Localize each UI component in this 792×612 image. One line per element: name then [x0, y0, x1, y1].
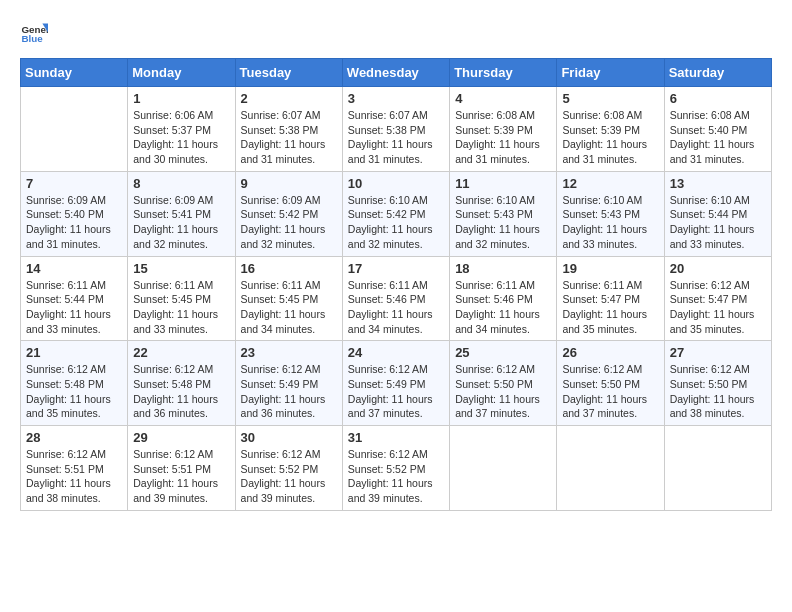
week-row-5: 28Sunrise: 6:12 AMSunset: 5:51 PMDayligh… [21, 426, 772, 511]
calendar-cell: 8Sunrise: 6:09 AMSunset: 5:41 PMDaylight… [128, 171, 235, 256]
calendar-cell: 5Sunrise: 6:08 AMSunset: 5:39 PMDaylight… [557, 87, 664, 172]
day-info: Sunrise: 6:12 AMSunset: 5:50 PMDaylight:… [670, 362, 766, 421]
calendar-cell: 16Sunrise: 6:11 AMSunset: 5:45 PMDayligh… [235, 256, 342, 341]
calendar-cell: 12Sunrise: 6:10 AMSunset: 5:43 PMDayligh… [557, 171, 664, 256]
day-number: 19 [562, 261, 658, 276]
day-info: Sunrise: 6:11 AMSunset: 5:46 PMDaylight:… [348, 278, 444, 337]
day-info: Sunrise: 6:07 AMSunset: 5:38 PMDaylight:… [241, 108, 337, 167]
day-number: 5 [562, 91, 658, 106]
day-number: 26 [562, 345, 658, 360]
calendar-cell: 11Sunrise: 6:10 AMSunset: 5:43 PMDayligh… [450, 171, 557, 256]
week-row-3: 14Sunrise: 6:11 AMSunset: 5:44 PMDayligh… [21, 256, 772, 341]
calendar-cell: 30Sunrise: 6:12 AMSunset: 5:52 PMDayligh… [235, 426, 342, 511]
day-number: 22 [133, 345, 229, 360]
calendar-cell: 15Sunrise: 6:11 AMSunset: 5:45 PMDayligh… [128, 256, 235, 341]
day-number: 18 [455, 261, 551, 276]
calendar-cell: 4Sunrise: 6:08 AMSunset: 5:39 PMDaylight… [450, 87, 557, 172]
day-info: Sunrise: 6:11 AMSunset: 5:46 PMDaylight:… [455, 278, 551, 337]
day-info: Sunrise: 6:08 AMSunset: 5:39 PMDaylight:… [562, 108, 658, 167]
calendar-cell [557, 426, 664, 511]
day-info: Sunrise: 6:10 AMSunset: 5:42 PMDaylight:… [348, 193, 444, 252]
logo: General Blue [20, 20, 48, 48]
calendar-cell: 27Sunrise: 6:12 AMSunset: 5:50 PMDayligh… [664, 341, 771, 426]
day-number: 24 [348, 345, 444, 360]
day-info: Sunrise: 6:12 AMSunset: 5:48 PMDaylight:… [26, 362, 122, 421]
day-number: 30 [241, 430, 337, 445]
day-info: Sunrise: 6:12 AMSunset: 5:51 PMDaylight:… [133, 447, 229, 506]
day-info: Sunrise: 6:08 AMSunset: 5:39 PMDaylight:… [455, 108, 551, 167]
calendar-cell: 19Sunrise: 6:11 AMSunset: 5:47 PMDayligh… [557, 256, 664, 341]
day-info: Sunrise: 6:11 AMSunset: 5:45 PMDaylight:… [133, 278, 229, 337]
day-number: 9 [241, 176, 337, 191]
header-saturday: Saturday [664, 59, 771, 87]
day-info: Sunrise: 6:09 AMSunset: 5:42 PMDaylight:… [241, 193, 337, 252]
calendar-cell: 29Sunrise: 6:12 AMSunset: 5:51 PMDayligh… [128, 426, 235, 511]
calendar-cell: 20Sunrise: 6:12 AMSunset: 5:47 PMDayligh… [664, 256, 771, 341]
day-info: Sunrise: 6:12 AMSunset: 5:52 PMDaylight:… [241, 447, 337, 506]
day-number: 15 [133, 261, 229, 276]
calendar-cell: 9Sunrise: 6:09 AMSunset: 5:42 PMDaylight… [235, 171, 342, 256]
calendar-cell: 3Sunrise: 6:07 AMSunset: 5:38 PMDaylight… [342, 87, 449, 172]
calendar-cell [450, 426, 557, 511]
day-info: Sunrise: 6:09 AMSunset: 5:41 PMDaylight:… [133, 193, 229, 252]
calendar-cell: 6Sunrise: 6:08 AMSunset: 5:40 PMDaylight… [664, 87, 771, 172]
calendar-cell: 31Sunrise: 6:12 AMSunset: 5:52 PMDayligh… [342, 426, 449, 511]
day-number: 4 [455, 91, 551, 106]
day-number: 29 [133, 430, 229, 445]
calendar-table: SundayMondayTuesdayWednesdayThursdayFrid… [20, 58, 772, 511]
day-number: 25 [455, 345, 551, 360]
day-info: Sunrise: 6:06 AMSunset: 5:37 PMDaylight:… [133, 108, 229, 167]
calendar-cell: 21Sunrise: 6:12 AMSunset: 5:48 PMDayligh… [21, 341, 128, 426]
day-number: 28 [26, 430, 122, 445]
day-number: 10 [348, 176, 444, 191]
day-info: Sunrise: 6:12 AMSunset: 5:49 PMDaylight:… [348, 362, 444, 421]
day-number: 21 [26, 345, 122, 360]
header-tuesday: Tuesday [235, 59, 342, 87]
day-info: Sunrise: 6:11 AMSunset: 5:44 PMDaylight:… [26, 278, 122, 337]
week-row-1: 1Sunrise: 6:06 AMSunset: 5:37 PMDaylight… [21, 87, 772, 172]
day-number: 20 [670, 261, 766, 276]
header-thursday: Thursday [450, 59, 557, 87]
page-header: General Blue [20, 20, 772, 48]
svg-text:Blue: Blue [21, 33, 43, 44]
calendar-cell: 24Sunrise: 6:12 AMSunset: 5:49 PMDayligh… [342, 341, 449, 426]
calendar-cell: 28Sunrise: 6:12 AMSunset: 5:51 PMDayligh… [21, 426, 128, 511]
calendar-cell: 1Sunrise: 6:06 AMSunset: 5:37 PMDaylight… [128, 87, 235, 172]
day-number: 6 [670, 91, 766, 106]
day-info: Sunrise: 6:11 AMSunset: 5:45 PMDaylight:… [241, 278, 337, 337]
day-number: 2 [241, 91, 337, 106]
week-row-2: 7Sunrise: 6:09 AMSunset: 5:40 PMDaylight… [21, 171, 772, 256]
day-info: Sunrise: 6:12 AMSunset: 5:51 PMDaylight:… [26, 447, 122, 506]
calendar-cell: 23Sunrise: 6:12 AMSunset: 5:49 PMDayligh… [235, 341, 342, 426]
day-info: Sunrise: 6:08 AMSunset: 5:40 PMDaylight:… [670, 108, 766, 167]
calendar-cell: 18Sunrise: 6:11 AMSunset: 5:46 PMDayligh… [450, 256, 557, 341]
header-friday: Friday [557, 59, 664, 87]
day-info: Sunrise: 6:12 AMSunset: 5:48 PMDaylight:… [133, 362, 229, 421]
day-number: 8 [133, 176, 229, 191]
week-row-4: 21Sunrise: 6:12 AMSunset: 5:48 PMDayligh… [21, 341, 772, 426]
day-info: Sunrise: 6:12 AMSunset: 5:49 PMDaylight:… [241, 362, 337, 421]
day-info: Sunrise: 6:10 AMSunset: 5:44 PMDaylight:… [670, 193, 766, 252]
day-info: Sunrise: 6:10 AMSunset: 5:43 PMDaylight:… [455, 193, 551, 252]
calendar-cell: 26Sunrise: 6:12 AMSunset: 5:50 PMDayligh… [557, 341, 664, 426]
day-info: Sunrise: 6:12 AMSunset: 5:47 PMDaylight:… [670, 278, 766, 337]
calendar-cell [664, 426, 771, 511]
day-number: 11 [455, 176, 551, 191]
day-info: Sunrise: 6:12 AMSunset: 5:50 PMDaylight:… [562, 362, 658, 421]
calendar-cell: 10Sunrise: 6:10 AMSunset: 5:42 PMDayligh… [342, 171, 449, 256]
day-number: 3 [348, 91, 444, 106]
calendar-cell: 25Sunrise: 6:12 AMSunset: 5:50 PMDayligh… [450, 341, 557, 426]
calendar-cell: 7Sunrise: 6:09 AMSunset: 5:40 PMDaylight… [21, 171, 128, 256]
calendar-cell: 17Sunrise: 6:11 AMSunset: 5:46 PMDayligh… [342, 256, 449, 341]
day-info: Sunrise: 6:07 AMSunset: 5:38 PMDaylight:… [348, 108, 444, 167]
day-number: 31 [348, 430, 444, 445]
day-info: Sunrise: 6:12 AMSunset: 5:52 PMDaylight:… [348, 447, 444, 506]
logo-icon: General Blue [20, 20, 48, 48]
header-sunday: Sunday [21, 59, 128, 87]
day-number: 17 [348, 261, 444, 276]
day-info: Sunrise: 6:12 AMSunset: 5:50 PMDaylight:… [455, 362, 551, 421]
calendar-cell [21, 87, 128, 172]
day-number: 1 [133, 91, 229, 106]
header-row: SundayMondayTuesdayWednesdayThursdayFrid… [21, 59, 772, 87]
day-info: Sunrise: 6:09 AMSunset: 5:40 PMDaylight:… [26, 193, 122, 252]
